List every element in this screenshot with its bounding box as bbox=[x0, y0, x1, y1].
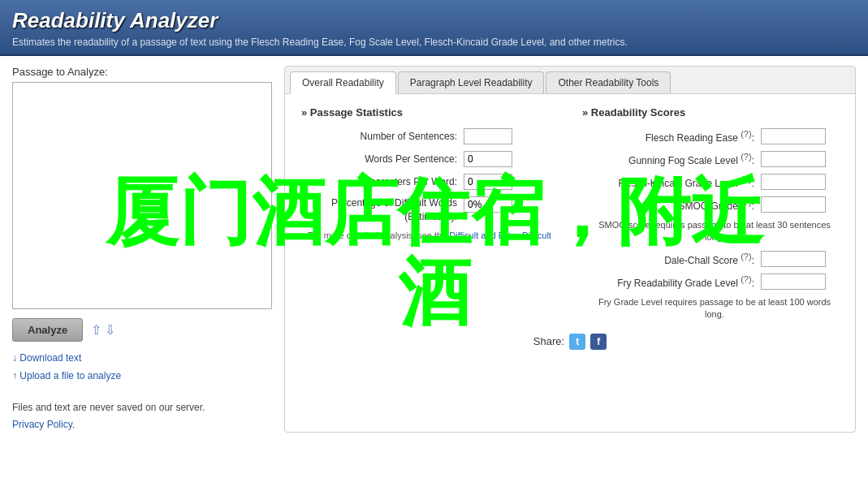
gunning-fog-input[interactable] bbox=[761, 151, 826, 167]
share-row: Share: t f bbox=[301, 334, 839, 350]
upload-link-row: ↑ Upload a file to analyze bbox=[12, 368, 272, 386]
right-panel: Overall Readability Paragraph Level Read… bbox=[284, 66, 856, 433]
difficult-words-row: Percentage of Difficult Words (Estimated… bbox=[301, 196, 558, 224]
stats-row: » Passage Statistics Number of Sentences… bbox=[301, 106, 839, 321]
more-details: For more detailed analysis, see the Diff… bbox=[301, 230, 558, 240]
download-link[interactable]: ↓ Download text bbox=[12, 352, 81, 364]
smog-input[interactable] bbox=[761, 196, 826, 213]
difficult-extra-link[interactable]: Difficult and Extra-Difficult bbox=[449, 230, 551, 240]
flesch-ease-help[interactable]: (?) bbox=[741, 129, 751, 139]
words-per-sentence-label: Words Per Sentence: bbox=[301, 153, 464, 165]
left-panel: Passage to Analyze: Analyze ⇧ ⇩ ↓ Downlo… bbox=[12, 66, 272, 433]
passage-label: Passage to Analyze: bbox=[12, 66, 272, 78]
fry-help[interactable]: (?) bbox=[741, 274, 751, 284]
bottom-text: Files and text are never saved on our se… bbox=[12, 399, 272, 433]
flesch-kincaid-input[interactable] bbox=[761, 174, 826, 190]
words-per-sentence-input[interactable] bbox=[464, 151, 512, 167]
facebook-icon[interactable]: f bbox=[590, 334, 607, 350]
gunning-fog-label: Gunning Fog Scale Level (?): bbox=[582, 152, 761, 166]
sentences-row: Number of Sentences: bbox=[301, 128, 558, 144]
fry-grade-row: Fry Readability Grade Level (?): bbox=[582, 274, 839, 290]
textarea-wrapper bbox=[12, 82, 272, 312]
smog-grade-row: SMOG Grade (?): bbox=[582, 196, 839, 213]
download-link-row: ↓ Download text bbox=[12, 350, 272, 368]
flesch-kincaid-help[interactable]: (?) bbox=[741, 174, 751, 184]
flesch-kincaid-label: Flesch-Kincaid Grade Level (?): bbox=[582, 174, 761, 189]
words-per-sentence-row: Words Per Sentence: bbox=[301, 151, 558, 167]
dale-chall-row: Dale-Chall Score (?): bbox=[582, 251, 839, 267]
flesch-ease-label: Flesch Reading Ease (?): bbox=[582, 129, 761, 144]
sentences-input[interactable] bbox=[464, 128, 512, 144]
main-content: Passage to Analyze: Analyze ⇧ ⇩ ↓ Downlo… bbox=[0, 56, 868, 442]
upload-link[interactable]: ↑ Upload a file to analyze bbox=[12, 370, 121, 381]
passage-stats-title: » Passage Statistics bbox=[301, 106, 558, 118]
share-label: Share: bbox=[533, 335, 564, 347]
smog-note: SMOG score requires passage to be at lea… bbox=[590, 219, 839, 244]
dale-chall-label: Dale-Chall Score (?): bbox=[582, 252, 761, 266]
tab-overall[interactable]: Overall Readability bbox=[290, 71, 396, 94]
chars-per-word-row: Characters Per Word: bbox=[301, 174, 558, 190]
analyze-button[interactable]: Analyze bbox=[12, 318, 83, 342]
arrow-up-icon[interactable]: ⇧ bbox=[91, 322, 101, 338]
chars-per-word-label: Characters Per Word: bbox=[301, 176, 464, 187]
fry-label: Fry Readability Grade Level (?): bbox=[582, 274, 761, 289]
tab-content: » Passage Statistics Number of Sentences… bbox=[285, 94, 855, 362]
tab-other[interactable]: Other Readability Tools bbox=[546, 71, 671, 93]
dale-chall-input[interactable] bbox=[761, 251, 826, 267]
analyze-row: Analyze ⇧ ⇩ bbox=[12, 318, 272, 342]
passage-statistics: » Passage Statistics Number of Sentences… bbox=[301, 106, 558, 321]
gunning-fog-help[interactable]: (?) bbox=[741, 152, 751, 162]
flesch-ease-row: Flesch Reading Ease (?): bbox=[582, 128, 839, 144]
smog-help[interactable]: (?) bbox=[741, 197, 751, 207]
privacy-policy-link[interactable]: Privacy Policy bbox=[12, 419, 72, 430]
difficult-words-input[interactable] bbox=[464, 196, 512, 213]
fry-input[interactable] bbox=[761, 274, 826, 290]
page-title: Readability Analyzer bbox=[12, 8, 856, 33]
twitter-icon[interactable]: t bbox=[569, 334, 585, 350]
flesch-ease-input[interactable] bbox=[761, 128, 826, 144]
tab-paragraph[interactable]: Paragraph Level Readability bbox=[398, 71, 545, 93]
passage-textarea[interactable] bbox=[12, 82, 272, 309]
sentences-label: Number of Sentences: bbox=[301, 131, 464, 142]
links-area: ↓ Download text ↑ Upload a file to analy… bbox=[12, 350, 272, 385]
page-description: Estimates the readability of a passage o… bbox=[12, 37, 856, 48]
readability-scores-title: » Readability Scores bbox=[582, 106, 839, 118]
tabs-bar: Overall Readability Paragraph Level Read… bbox=[285, 67, 855, 94]
smog-label: SMOG Grade (?): bbox=[582, 197, 761, 212]
arrow-icons: ⇧ ⇩ bbox=[91, 322, 115, 338]
arrow-down-icon[interactable]: ⇩ bbox=[105, 322, 115, 338]
page-header: Readability Analyzer Estimates the reada… bbox=[0, 0, 868, 56]
flesch-kincaid-row: Flesch-Kincaid Grade Level (?): bbox=[582, 174, 839, 190]
fry-note: Fry Grade Level requires passage to be a… bbox=[590, 296, 839, 321]
gunning-fog-row: Gunning Fog Scale Level (?): bbox=[582, 151, 839, 167]
difficult-words-label: Percentage of Difficult Words (Estimated… bbox=[301, 196, 464, 224]
dale-chall-help[interactable]: (?) bbox=[741, 252, 751, 261]
chars-per-word-input[interactable] bbox=[464, 174, 512, 190]
readability-scores: » Readability Scores Flesch Reading Ease… bbox=[582, 106, 839, 321]
